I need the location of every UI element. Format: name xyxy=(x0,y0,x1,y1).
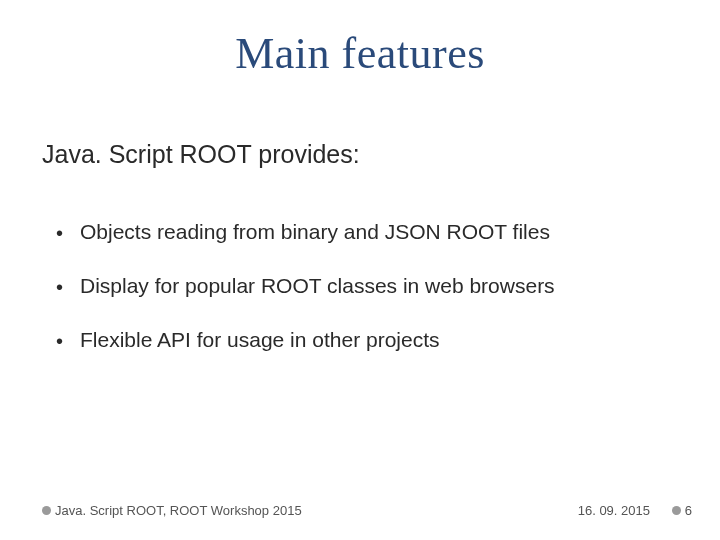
bullet-text: Flexible API for usage in other projects xyxy=(80,328,440,352)
slide-subtitle: Java. Script ROOT provides: xyxy=(42,140,360,169)
footer-source: Java. Script ROOT, ROOT Workshop 2015 xyxy=(42,503,302,518)
footer-bullet-icon xyxy=(42,506,51,515)
footer-source-text: Java. Script ROOT, ROOT Workshop 2015 xyxy=(55,503,302,518)
footer-page-number: 6 xyxy=(685,503,692,518)
list-item: • Objects reading from binary and JSON R… xyxy=(42,220,680,246)
bullet-icon: • xyxy=(56,274,62,300)
slide: Main features Java. Script ROOT provides… xyxy=(0,0,720,540)
bullet-text: Objects reading from binary and JSON ROO… xyxy=(80,220,550,244)
bullet-list: • Objects reading from binary and JSON R… xyxy=(42,192,680,382)
slide-title: Main features xyxy=(0,28,720,79)
list-item: • Flexible API for usage in other projec… xyxy=(42,328,680,354)
list-item: • Display for popular ROOT classes in we… xyxy=(42,274,680,300)
bullet-icon: • xyxy=(56,328,62,354)
footer-bullet-icon xyxy=(672,506,681,515)
footer: Java. Script ROOT, ROOT Workshop 2015 16… xyxy=(0,498,720,518)
bullet-icon: • xyxy=(56,220,62,246)
bullet-text: Display for popular ROOT classes in web … xyxy=(80,274,555,298)
footer-date: 16. 09. 2015 xyxy=(578,503,650,518)
footer-page: 6 xyxy=(672,503,692,518)
footer-date-text: 16. 09. 2015 xyxy=(578,503,650,518)
